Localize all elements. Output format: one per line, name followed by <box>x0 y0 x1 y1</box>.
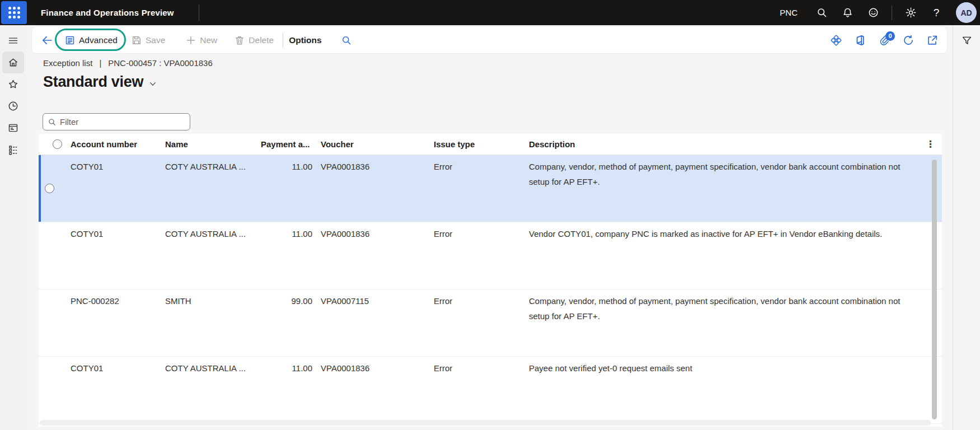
bell-icon[interactable] <box>840 6 855 20</box>
checklist-icon <box>7 144 19 156</box>
cell-payment-amount: 99.00 <box>253 289 313 309</box>
refresh-icon[interactable] <box>902 34 915 47</box>
cell-description: Company, vendor, method of payment, paym… <box>521 289 942 324</box>
advanced-label: Advanced <box>79 35 118 45</box>
cell-account-number: COTY01 <box>63 222 157 241</box>
left-navigation-rail <box>0 25 26 430</box>
cell-issue-type: Error <box>426 155 521 174</box>
cell-account-number: PNC-000282 <box>63 289 157 309</box>
table-row[interactable]: COTY01 COTY AUSTRALIA ... 11.00 VPA00018… <box>39 155 942 222</box>
attachments-paperclip-icon[interactable]: 0 <box>878 34 891 47</box>
action-pane: Advanced Save New Delete Options 0 <box>32 27 947 53</box>
cell-issue-type: Error <box>426 289 521 309</box>
cell-voucher: VPA0001836 <box>313 357 426 376</box>
plus-icon <box>185 35 196 46</box>
cell-description: Company, vendor, method of payment, paym… <box>521 155 942 189</box>
advanced-button[interactable]: Advanced <box>64 35 118 46</box>
topbar-divider <box>199 4 199 21</box>
cell-voucher: VPA0001836 <box>313 222 426 241</box>
personalize-diamond-icon[interactable] <box>829 34 843 47</box>
app-title: Finance and Operations Preview <box>41 0 174 25</box>
sidebar-hamburger-button[interactable] <box>2 30 24 52</box>
search-icon[interactable] <box>814 6 829 20</box>
waffle-icon <box>8 7 20 18</box>
view-selector[interactable]: Standard view <box>43 73 157 91</box>
column-header-account-number[interactable]: Account number <box>63 139 157 149</box>
page-title: Standard view <box>43 73 143 91</box>
cell-description: Payee not verified yet-0 request emails … <box>521 357 942 376</box>
table-row[interactable]: COTY01 COTY AUSTRALIA ... 11.00 VPA00018… <box>39 222 942 289</box>
cell-issue-type: Error <box>426 222 521 241</box>
column-header-name[interactable]: Name <box>157 139 253 149</box>
sidebar-item-favorites[interactable] <box>2 73 24 95</box>
save-icon <box>131 35 142 46</box>
toolbar-divider <box>283 33 283 48</box>
breadcrumb-separator: | <box>99 58 101 68</box>
cell-name: COTY AUSTRALIA ... <box>157 155 253 174</box>
cell-description: Vendor COTY01, company PNC is marked as … <box>521 222 942 241</box>
filter-input[interactable] <box>60 117 185 127</box>
app-launcher-button[interactable] <box>1 1 27 24</box>
cell-voucher: VPA0001836 <box>313 155 426 174</box>
attachments-count-badge: 0 <box>885 31 895 41</box>
avatar[interactable]: AD <box>956 2 977 23</box>
search-icon <box>48 118 57 127</box>
right-panel-divider <box>953 25 953 430</box>
office-icon[interactable] <box>854 34 867 47</box>
breadcrumb: Exception list | PNC-000457 : VPA0001836 <box>43 58 213 68</box>
back-button[interactable] <box>41 34 53 46</box>
cell-account-number: COTY01 <box>63 357 157 376</box>
select-all-checkbox[interactable] <box>53 139 62 149</box>
exception-grid: Account number Name Payment a... Voucher… <box>39 134 942 427</box>
trash-icon <box>234 35 245 46</box>
hamburger-icon <box>7 35 19 46</box>
cell-payment-amount: 11.00 <box>253 155 313 174</box>
cell-payment-amount: 11.00 <box>253 222 313 241</box>
save-button[interactable]: Save <box>131 35 165 46</box>
horizontal-scrollbar[interactable] <box>40 420 931 426</box>
grid-more-options-icon[interactable]: ⋮ <box>926 138 935 151</box>
grid-filter-field[interactable] <box>43 113 190 130</box>
cell-name: COTY AUSTRALIA ... <box>157 357 253 376</box>
chevron-down-icon <box>148 80 157 88</box>
open-in-new-window-icon[interactable] <box>926 34 939 47</box>
clock-icon <box>7 100 19 112</box>
form-window-icon <box>7 122 19 134</box>
column-header-payment-amount[interactable]: Payment a... <box>253 139 313 149</box>
new-button[interactable]: New <box>185 35 217 46</box>
cell-account-number: COTY01 <box>63 155 157 174</box>
vertical-scrollbar[interactable] <box>932 160 937 419</box>
grid-header-row: Account number Name Payment a... Voucher… <box>39 134 942 155</box>
options-menu-button[interactable]: Options <box>289 35 322 45</box>
home-icon <box>7 57 19 68</box>
delete-button[interactable]: Delete <box>234 35 274 46</box>
cell-name: SMITH <box>157 289 253 309</box>
cell-payment-amount: 11.00 <box>253 357 313 376</box>
cell-voucher: VPA0007115 <box>313 289 426 309</box>
column-header-description[interactable]: Description <box>521 139 942 149</box>
star-icon <box>7 78 19 90</box>
breadcrumb-record-id: PNC-000457 : VPA0001836 <box>108 58 213 68</box>
search-icon <box>341 35 352 46</box>
top-navigation-bar: Finance and Operations Preview PNC ? AD <box>0 0 980 25</box>
topbar-divider <box>892 6 892 20</box>
gear-icon[interactable] <box>903 6 918 20</box>
filter-pane-button[interactable] <box>958 31 976 49</box>
cell-issue-type: Error <box>426 357 521 376</box>
sidebar-item-workspaces[interactable] <box>2 139 24 161</box>
column-header-voucher[interactable]: Voucher <box>313 139 426 149</box>
column-header-issue-type[interactable]: Issue type <box>426 139 521 149</box>
sidebar-item-recent[interactable] <box>2 95 24 117</box>
cell-name: COTY AUSTRALIA ... <box>157 222 253 241</box>
help-icon[interactable]: ? <box>929 6 944 20</box>
table-row[interactable]: COTY01 COTY AUSTRALIA ... 11.00 VPA00018… <box>39 357 942 424</box>
back-arrow-icon <box>41 34 53 46</box>
toolbar-search-button[interactable] <box>341 35 352 46</box>
sidebar-item-forms[interactable] <box>2 117 24 139</box>
sidebar-item-home[interactable] <box>2 52 24 73</box>
company-badge[interactable]: PNC <box>780 8 798 17</box>
table-row[interactable]: PNC-000282 SMITH 99.00 VPA0007115 Error … <box>39 289 942 357</box>
breadcrumb-page-name[interactable]: Exception list <box>43 58 92 68</box>
smiley-icon[interactable] <box>866 6 880 20</box>
advanced-form-icon <box>64 35 76 46</box>
